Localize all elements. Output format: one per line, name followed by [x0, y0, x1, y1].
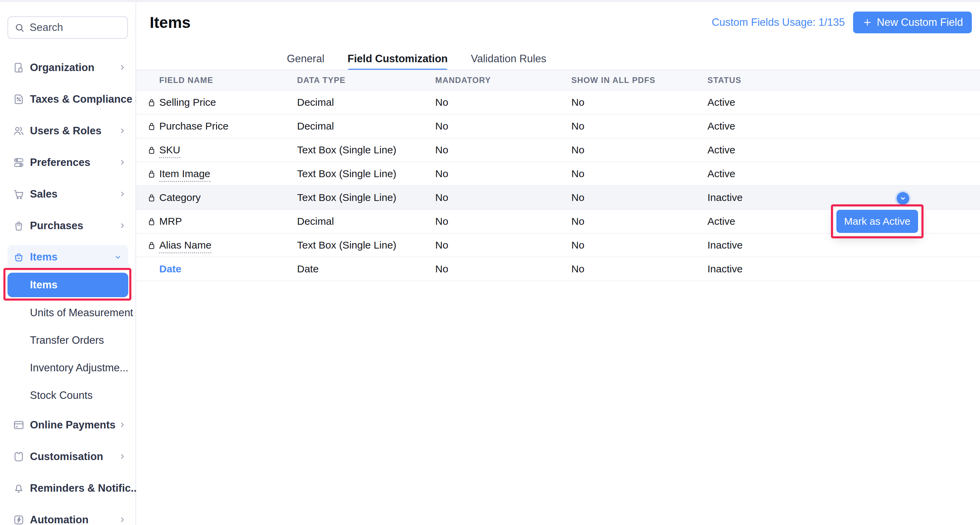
mandatory-cell: No — [435, 121, 571, 132]
sidebar-item-label: Users & Roles — [30, 125, 102, 137]
chevron-right-icon — [118, 515, 127, 524]
lock-icon-cell — [146, 145, 159, 155]
field-name-cell: Purchase Price — [159, 121, 297, 132]
lock-icon-cell — [146, 169, 159, 179]
data-type-cell: Text Box (Single Line) — [297, 144, 435, 156]
table-row-selling-price[interactable]: Selling PriceDecimalNoNoActive — [136, 91, 980, 114]
sidebar-item-sales[interactable]: Sales — [0, 178, 135, 210]
sidebar-item-customisation[interactable]: Customisation — [0, 441, 135, 472]
chevron-right-icon — [118, 127, 127, 135]
reminders-notifications-icon — [13, 482, 25, 495]
column-header-field-name: FIELD NAME — [159, 76, 297, 85]
main-content: Items Custom Fields Usage: 1/135 New Cus… — [136, 2, 980, 525]
lock-icon-cell — [146, 240, 159, 251]
settings-sidebar: Search OrganizationTaxes & ComplianceUse… — [0, 2, 136, 525]
lock-icon — [146, 121, 157, 132]
data-type-cell: Text Box (Single Line) — [297, 240, 435, 251]
tab-general[interactable]: General — [287, 52, 324, 65]
sidebar-item-label: Automation — [30, 514, 89, 525]
sidebar-subitem-items[interactable]: Items — [8, 273, 128, 297]
field-name-cell: Item Image — [159, 168, 297, 179]
show-in-all-pdfs-cell: No — [571, 240, 708, 251]
lock-icon — [146, 145, 157, 155]
table-row-sku[interactable]: SKUText Box (Single Line)NoNoActive — [136, 138, 980, 162]
tab-field-customization[interactable]: Field Customization — [347, 52, 448, 65]
field-name-cell: Category — [159, 192, 297, 203]
taxes-compliance-icon — [13, 93, 25, 105]
sales-icon — [13, 188, 25, 200]
lock-icon-cell — [146, 192, 159, 203]
sidebar-subitem-transfer-orders[interactable]: Transfer Orders — [0, 327, 135, 354]
field-name-cell: Selling Price — [159, 97, 297, 108]
custom-fields-usage-link[interactable]: Custom Fields Usage: 1/135 — [712, 16, 845, 29]
items-icon — [13, 251, 25, 263]
chevron-right-icon — [118, 158, 127, 167]
sidebar-item-taxes-compliance[interactable]: Taxes & Compliance — [0, 83, 135, 115]
data-type-cell: Date — [297, 263, 435, 275]
table-row-item-image[interactable]: Item ImageText Box (Single Line)NoNoActi… — [136, 162, 980, 186]
plus-icon — [862, 17, 873, 28]
sidebar-item-label: Customisation — [30, 450, 103, 463]
preferences-icon — [13, 156, 25, 169]
new-custom-field-label: New Custom Field — [877, 16, 963, 29]
chevron-right-icon — [118, 452, 127, 461]
table-header-row: FIELD NAME DATA TYPE MANDATORY SHOW IN A… — [136, 70, 980, 91]
tab-validation-rules[interactable]: Validation Rules — [471, 52, 546, 65]
table-row-alias-name[interactable]: Alias NameText Box (Single Line)NoNoInac… — [136, 233, 980, 257]
sidebar-item-organization[interactable]: Organization — [0, 52, 135, 83]
chevron-right-icon — [118, 190, 127, 198]
sidebar-item-users-roles[interactable]: Users & Roles — [0, 115, 135, 146]
mandatory-cell: No — [435, 216, 571, 227]
header-actions: Custom Fields Usage: 1/135 New Custom Fi… — [712, 11, 972, 33]
sidebar-item-items[interactable]: Items — [8, 245, 128, 269]
sidebar-item-purchases[interactable]: Purchases — [0, 210, 135, 241]
show-in-all-pdfs-cell: No — [571, 216, 708, 227]
fields-table: FIELD NAME DATA TYPE MANDATORY SHOW IN A… — [136, 70, 980, 281]
status-cell: Active — [708, 168, 980, 179]
data-type-cell: Text Box (Single Line) — [297, 192, 435, 203]
sidebar-item-reminders-notific[interactable]: Reminders & Notific... — [0, 472, 135, 504]
sidebar-item-automation[interactable]: Automation — [0, 504, 135, 525]
sidebar-subitem-inventory-adjustme[interactable]: Inventory Adjustme... — [0, 354, 135, 382]
field-name-cell: Alias Name — [159, 240, 297, 251]
sidebar-item-label: Reminders & Notific... — [30, 482, 140, 495]
mandatory-cell: No — [435, 97, 571, 108]
mark-as-active-button[interactable]: Mark as Active — [837, 210, 918, 233]
data-type-cell: Decimal — [297, 216, 435, 227]
table-row-date[interactable]: DateDateNoNoInactive — [136, 257, 980, 281]
sidebar-subitem-stock-counts[interactable]: Stock Counts — [0, 382, 135, 409]
search-placeholder: Search — [30, 21, 63, 34]
lock-icon-cell — [146, 121, 159, 132]
show-in-all-pdfs-cell: No — [571, 192, 708, 203]
automation-icon — [13, 514, 25, 525]
mandatory-cell: No — [435, 144, 571, 156]
lock-icon-cell — [146, 216, 159, 227]
sidebar-item-online-payments[interactable]: Online Payments — [0, 409, 135, 441]
sidebar-subitem-units-of-measurement[interactable]: Units of Measurement — [0, 299, 135, 327]
customisation-icon — [13, 450, 25, 463]
chevron-down-icon — [899, 195, 907, 202]
field-name-cell: MRP — [159, 216, 297, 227]
lock-icon — [146, 192, 157, 203]
status-cell: Active — [708, 144, 980, 156]
data-type-cell: Decimal — [297, 97, 435, 108]
lock-icon — [146, 216, 157, 227]
show-in-all-pdfs-cell: No — [571, 168, 708, 179]
column-header-show-in-all-pdfs: SHOW IN ALL PDFS — [571, 76, 708, 85]
show-in-all-pdfs-cell: No — [571, 121, 708, 132]
sidebar-item-label: Purchases — [30, 220, 83, 232]
table-row-purchase-price[interactable]: Purchase PriceDecimalNoNoActive — [136, 114, 980, 138]
search-input[interactable]: Search — [8, 16, 128, 39]
online-payments-icon — [13, 419, 25, 431]
sidebar-item-preferences[interactable]: Preferences — [0, 146, 135, 178]
table-body: Selling PriceDecimalNoNoActivePurchase P… — [136, 91, 980, 281]
table-row-category[interactable]: CategoryText Box (Single Line)NoNoInacti… — [136, 186, 980, 210]
sidebar-item-label: Taxes & Compliance — [30, 93, 132, 105]
tab-bar: General Field Customization Validation R… — [287, 52, 546, 65]
row-actions-expand-button[interactable] — [897, 192, 909, 205]
status-cell: Active — [708, 97, 980, 108]
field-name-cell[interactable]: Date — [159, 263, 297, 275]
new-custom-field-button[interactable]: New Custom Field — [853, 11, 972, 33]
show-in-all-pdfs-cell: No — [571, 263, 708, 275]
data-type-cell: Decimal — [297, 121, 435, 132]
